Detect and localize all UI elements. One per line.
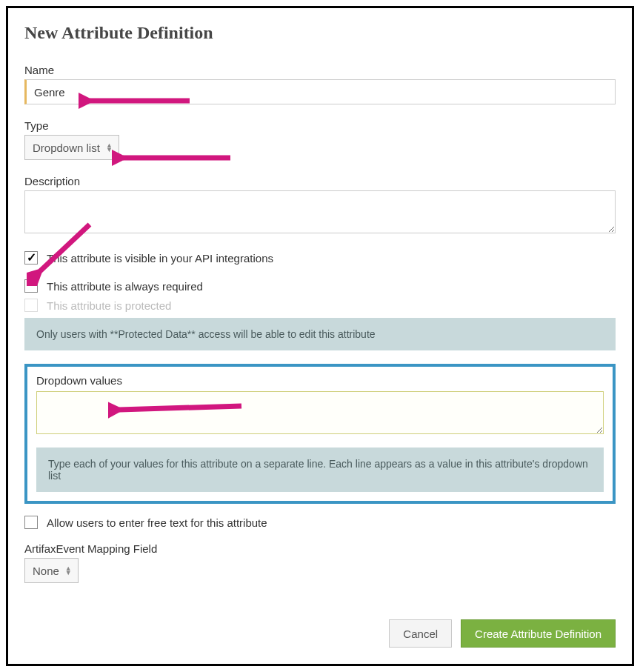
dropdown-values-section: Dropdown values Type each of your values… bbox=[24, 364, 616, 504]
free-text-row[interactable]: Allow users to enter free text for this … bbox=[24, 516, 616, 529]
name-field-group: Name bbox=[24, 64, 616, 104]
free-text-label: Allow users to enter free text for this … bbox=[47, 516, 267, 529]
api-visible-checkbox[interactable] bbox=[24, 251, 38, 265]
page-title: New Attribute Definition bbox=[24, 23, 616, 43]
dropdown-values-textarea[interactable] bbox=[36, 391, 604, 434]
free-text-checkbox[interactable] bbox=[24, 516, 38, 529]
protected-checkbox bbox=[24, 299, 38, 312]
description-textarea[interactable] bbox=[24, 190, 616, 233]
dropdown-values-label: Dropdown values bbox=[36, 374, 604, 387]
protected-row: This attribute is protected bbox=[24, 299, 616, 312]
form-container: New Attribute Definition Name Type Dropd… bbox=[6, 6, 634, 666]
protected-info-banner: Only users with **Protected Data** acces… bbox=[24, 318, 616, 350]
mapping-field-group: ArtifaxEvent Mapping Field None ▲▼ bbox=[24, 542, 616, 583]
submit-button[interactable]: Create Attribute Definition bbox=[461, 619, 616, 648]
name-input[interactable] bbox=[24, 79, 616, 104]
always-required-row[interactable]: This attribute is always required bbox=[24, 279, 616, 293]
type-field-group: Type Dropdown list ▲▼ bbox=[24, 119, 616, 160]
always-required-label: This attribute is always required bbox=[47, 280, 203, 293]
type-select-value: Dropdown list bbox=[33, 142, 100, 154]
form-actions: Cancel Create Attribute Definition bbox=[389, 619, 616, 648]
description-field-group: Description bbox=[24, 175, 616, 236]
description-label: Description bbox=[24, 175, 616, 187]
type-label: Type bbox=[24, 119, 616, 132]
api-visible-row[interactable]: This attribute is visible in your API in… bbox=[24, 251, 616, 265]
type-select[interactable]: Dropdown list ▲▼ bbox=[24, 135, 119, 160]
mapping-select-value: None bbox=[33, 565, 59, 577]
api-visible-label: This attribute is visible in your API in… bbox=[47, 252, 273, 265]
always-required-checkbox[interactable] bbox=[24, 279, 38, 293]
dropdown-values-hint: Type each of your values for this attrib… bbox=[36, 448, 604, 492]
name-label: Name bbox=[24, 64, 616, 76]
chevron-updown-icon: ▲▼ bbox=[106, 143, 113, 152]
mapping-label: ArtifaxEvent Mapping Field bbox=[24, 542, 616, 555]
cancel-button[interactable]: Cancel bbox=[389, 619, 452, 648]
protected-label: This attribute is protected bbox=[47, 299, 171, 312]
chevron-updown-icon: ▲▼ bbox=[65, 566, 72, 575]
mapping-select[interactable]: None ▲▼ bbox=[24, 558, 79, 583]
